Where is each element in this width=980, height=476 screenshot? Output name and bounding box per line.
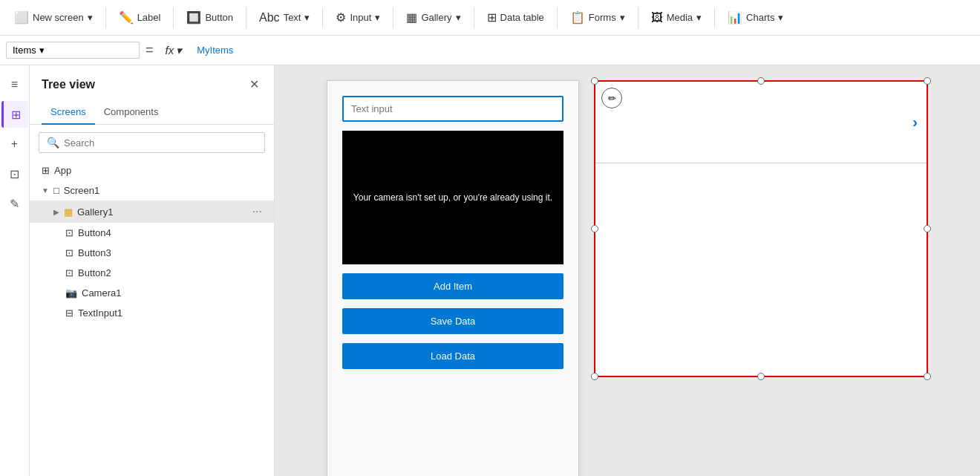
media-icon: 🖼 (651, 11, 663, 25)
button2-icon: ⊡ (65, 267, 74, 278)
text-input-preview[interactable] (342, 96, 564, 122)
input-label: Input (350, 12, 371, 23)
fx-button[interactable]: fx ▾ (160, 42, 189, 59)
media-chevron: ▾ (696, 12, 702, 23)
tree-item-app[interactable]: ⊞ App (30, 160, 274, 180)
tree-close-button[interactable]: ✕ (246, 74, 262, 94)
handle-bottom-center[interactable] (757, 373, 765, 380)
tab-components[interactable]: Components (95, 100, 168, 125)
camera1-icon: 📷 (65, 287, 77, 299)
camera1-label: Camera1 (82, 287, 121, 299)
charts-chevron: ▾ (778, 12, 783, 23)
handle-top-left[interactable] (591, 77, 598, 85)
gallery-row-1: ✏ › (595, 82, 927, 163)
formula-value[interactable]: MyItems (191, 42, 974, 58)
app-icon: ⊞ (42, 165, 50, 176)
side-icon-bar: ≡ ⊞ + ⊡ ✎ (0, 65, 30, 476)
new-screen-icon: ⬜ (14, 10, 29, 25)
separator-4 (322, 7, 323, 28)
handle-bottom-left[interactable] (591, 373, 598, 380)
label-button[interactable]: ✏️ Label (111, 7, 169, 28)
fx-label: fx (166, 44, 174, 56)
tab-screens[interactable]: Screens (42, 100, 95, 125)
gallery-icon: ▦ (406, 10, 417, 25)
screen-canvas: Your camera isn't set up, or you're alre… (327, 80, 579, 476)
equals-sign: = (146, 42, 154, 58)
input-button[interactable]: ⚙ Input ▾ (327, 7, 388, 28)
property-dropdown-label: Items (13, 45, 36, 56)
datatable-button[interactable]: ⊞ Data table (479, 7, 552, 28)
button3-icon: ⊡ (65, 247, 74, 258)
handle-top-right[interactable] (924, 77, 931, 85)
tree-header: Tree view ✕ (30, 65, 274, 100)
label-icon: ✏️ (119, 10, 134, 25)
load-data-button[interactable]: Load Data (342, 343, 564, 369)
handle-mid-left[interactable] (591, 225, 598, 232)
datatable-icon: ⊞ (487, 10, 497, 25)
tree-item-button3[interactable]: ⊡ Button3 (30, 243, 274, 263)
tree-item-gallery1[interactable]: ▶ ▦ Gallery1 ··· (30, 200, 274, 223)
tree-view-icon-button[interactable]: ⊞ (1, 101, 28, 128)
separator-5 (393, 7, 393, 28)
tree-item-textinput1[interactable]: ⊟ TextInput1 (30, 303, 274, 323)
media-button[interactable]: 🖼 Media ▾ (643, 7, 710, 28)
save-data-button[interactable]: Save Data (342, 308, 564, 334)
tree-item-button2[interactable]: ⊡ Button2 (30, 263, 274, 283)
button4-label: Button4 (78, 227, 111, 238)
text-button[interactable]: Abc Text ▾ (251, 7, 318, 28)
property-dropdown[interactable]: Items ▾ (6, 42, 140, 59)
search-input[interactable] (64, 137, 257, 149)
handle-bottom-right[interactable] (924, 373, 931, 380)
gallery-chevron-icon[interactable]: › (912, 114, 918, 131)
forms-icon: 📋 (570, 10, 585, 25)
button-label: Button (205, 12, 233, 23)
gallery-selected-box[interactable]: ✏ › (594, 80, 928, 377)
forms-button[interactable]: 📋 Forms ▾ (562, 7, 633, 28)
tree-item-camera1[interactable]: 📷 Camera1 (30, 283, 274, 303)
app-label: App (54, 165, 71, 176)
handle-mid-right[interactable] (924, 225, 931, 232)
button-button[interactable]: 🔲 Button (178, 7, 241, 28)
input-chevron: ▾ (375, 12, 380, 23)
gallery-button[interactable]: ▦ Gallery ▾ (398, 7, 468, 28)
button2-label: Button2 (78, 267, 111, 278)
main-layout: ≡ ⊞ + ⊡ ✎ Tree view ✕ Screens Components… (0, 65, 980, 476)
variables-icon-button[interactable]: ✎ (1, 190, 28, 217)
tree-search-box: 🔍 (39, 132, 265, 153)
charts-icon: 📊 (728, 10, 742, 25)
add-icon-button[interactable]: + (1, 131, 28, 157)
handle-top-center[interactable] (757, 77, 765, 85)
new-screen-label: New screen (33, 12, 84, 23)
forms-label: Forms (589, 12, 616, 23)
tree-item-button4[interactable]: ⊡ Button4 (30, 223, 274, 243)
camera-preview: Your camera isn't set up, or you're alre… (342, 131, 564, 264)
gallery-row-2 (595, 163, 927, 356)
edit-pencil-icon[interactable]: ✏ (601, 88, 622, 108)
fx-chevron: ▾ (176, 44, 182, 57)
add-item-button[interactable]: Add Item (342, 273, 564, 299)
forms-chevron: ▾ (620, 12, 625, 23)
input-icon: ⚙ (336, 10, 346, 25)
separator-1 (105, 7, 106, 28)
tree-item-screen1[interactable]: ▼ □ Screen1 (30, 180, 274, 200)
new-screen-chevron: ▾ (88, 12, 93, 23)
charts-button[interactable]: 📊 Charts ▾ (719, 7, 791, 28)
gallery-label: Gallery (421, 12, 451, 23)
hamburger-icon-button[interactable]: ≡ (1, 71, 28, 98)
search-icon: 🔍 (47, 137, 59, 149)
datatable-label: Data table (500, 12, 544, 23)
gallery1-expand-icon: ▶ (53, 208, 59, 216)
gallery1-more-icon[interactable]: ··· (252, 205, 262, 218)
screen1-label: Screen1 (64, 185, 99, 196)
textinput1-icon: ⊟ (65, 307, 74, 319)
new-screen-button[interactable]: ⬜ New screen ▾ (6, 7, 101, 28)
label-label: Label (137, 12, 161, 23)
toolbar: ⬜ New screen ▾ ✏️ Label 🔲 Button Abc Tex… (0, 0, 980, 36)
screen1-icon: □ (53, 185, 59, 196)
separator-9 (714, 7, 715, 28)
button3-label: Button3 (78, 247, 111, 258)
separator-3 (246, 7, 246, 28)
components-icon-button[interactable]: ⊡ (1, 160, 28, 187)
tree-tabs: Screens Components (30, 100, 274, 125)
button-icon: 🔲 (186, 10, 201, 25)
